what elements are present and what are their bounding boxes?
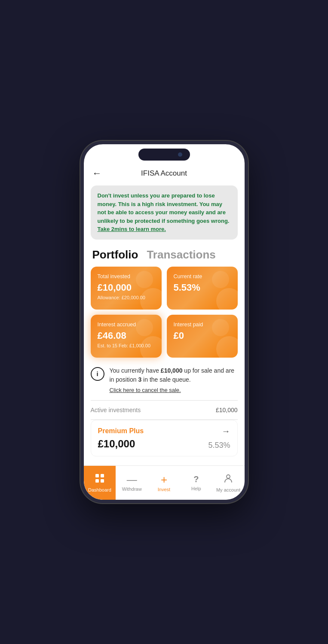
person-icon	[224, 474, 233, 486]
stat-label-accrued: Interest accrued	[98, 322, 155, 328]
tab-portfolio[interactable]: Portfolio	[92, 248, 138, 261]
stat-label-rate: Current rate	[174, 273, 231, 279]
nav-label-withdraw: Withdraw	[122, 486, 142, 492]
info-text: You currently have £10,000 up for sale a…	[110, 366, 238, 384]
nav-label-help: Help	[191, 486, 201, 491]
back-button[interactable]: ←	[92, 168, 102, 179]
info-icon: i	[91, 367, 104, 381]
warning-text: Don't invest unless you are prepared to …	[98, 191, 231, 234]
stat-card-total-invested: Total invested £10,000 Allowance: £20,00…	[91, 267, 162, 310]
warning-link[interactable]: Take 2mins to learn more.	[98, 226, 166, 232]
stat-label-paid: Interest paid	[174, 322, 231, 328]
stat-label-total: Total invested	[98, 273, 155, 279]
stat-card-interest-paid: Interest paid £0	[167, 315, 238, 358]
page-title: IFISA Account	[141, 169, 187, 178]
arrow-icon[interactable]: →	[222, 426, 230, 436]
cancel-sale-link[interactable]: Click here to cancel the sale.	[110, 387, 238, 393]
stat-value-total: £10,000	[98, 282, 155, 293]
phone-inner: ← IFISA Account Don't invest unless you …	[84, 144, 245, 500]
main-content: Don't invest unless you are prepared to …	[84, 183, 245, 465]
bottom-nav: Dashboard — Withdraw + Invest ? Help	[84, 465, 245, 500]
stat-card-current-rate: Current rate 5.53%	[167, 267, 238, 310]
nav-label-myaccount: My account	[216, 487, 240, 492]
tab-transactions[interactable]: Transactions	[147, 248, 215, 261]
nav-label-dashboard: Dashboard	[88, 487, 111, 492]
nav-dashboard[interactable]: Dashboard	[84, 466, 116, 500]
svg-rect-2	[95, 479, 99, 483]
active-investments-row: Active investments £10,000	[84, 401, 245, 419]
active-investments-value: £10,000	[216, 407, 238, 413]
sale-info-section: i You currently have £10,000 up for sale…	[91, 366, 238, 393]
stats-grid: Total invested £10,000 Allowance: £20,00…	[84, 267, 245, 365]
warning-banner: Don't invest unless you are prepared to …	[91, 185, 238, 240]
notch	[138, 149, 190, 161]
svg-rect-3	[101, 479, 104, 483]
nav-withdraw[interactable]: — Withdraw	[116, 466, 148, 500]
nav-myaccount[interactable]: My account	[212, 466, 245, 500]
header: ← IFISA Account	[84, 166, 245, 183]
dashboard-icon	[95, 474, 104, 486]
svg-rect-0	[95, 474, 99, 477]
stat-value-paid: £0	[174, 330, 231, 341]
investment-footer: £10,000 5.53%	[98, 438, 230, 450]
stat-sub-total: Allowance: £20,000.00	[98, 295, 155, 300]
nav-help[interactable]: ? Help	[180, 466, 212, 500]
investment-card[interactable]: Premium Plus → £10,000 5.53%	[91, 420, 238, 456]
stat-value-accrued: £46.08	[98, 330, 155, 341]
active-investments-label: Active investments	[91, 407, 141, 413]
stat-card-interest-accrued: Interest accrued £46.08 Est. to 15 Feb: …	[91, 315, 162, 358]
svg-rect-1	[101, 474, 104, 477]
stat-sub-accrued: Est. to 15 Feb: £1,000.00	[98, 343, 155, 348]
invest-icon: +	[161, 474, 167, 485]
stat-value-rate: 5.53%	[174, 282, 231, 293]
help-icon: ?	[193, 474, 199, 484]
info-amount: £10,000	[161, 367, 183, 374]
phone-frame: ← IFISA Account Don't invest unless you …	[80, 141, 248, 503]
nav-invest[interactable]: + Invest	[148, 466, 180, 500]
withdraw-icon: —	[127, 474, 137, 485]
tabs-container: Portfolio Transactions	[84, 246, 245, 267]
camera	[178, 152, 182, 157]
investment-rate: 5.53%	[208, 441, 230, 450]
investment-name: Premium Plus	[98, 427, 144, 435]
info-text-block: You currently have £10,000 up for sale a…	[110, 366, 238, 393]
nav-label-invest: Invest	[158, 487, 170, 492]
investment-header: Premium Plus →	[98, 426, 230, 436]
investment-amount: £10,000	[98, 438, 135, 450]
svg-point-4	[227, 475, 230, 478]
